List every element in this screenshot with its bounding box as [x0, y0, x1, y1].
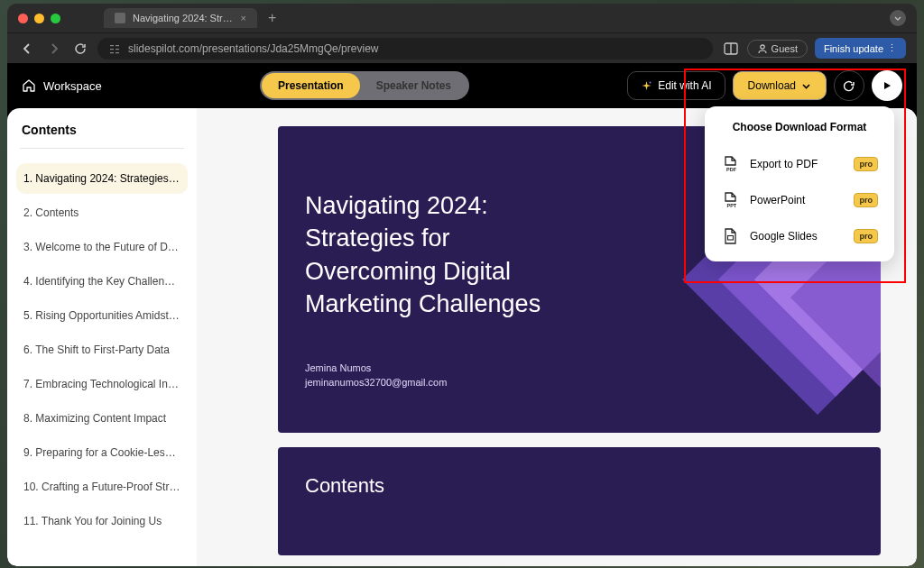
favicon — [115, 13, 125, 23]
app-header: Workspace Presentation Speaker Notes Edi… — [7, 63, 917, 108]
person-icon — [757, 43, 768, 54]
play-icon — [882, 80, 892, 91]
popover-item-label: Export to PDF — [750, 158, 844, 170]
ppt-icon: PPT — [721, 191, 739, 209]
url-bar: slidespilot.com/presentations/Jda25MmgQe… — [7, 32, 917, 63]
site-settings-icon — [108, 42, 121, 55]
popover-item-label: PowerPoint — [750, 194, 844, 206]
toc-list: 1. Navigating 2024: Strategies fo…2. Con… — [16, 163, 188, 536]
pro-badge: pro — [854, 229, 878, 243]
workspace-link[interactable]: Workspace — [22, 78, 102, 93]
download-button[interactable]: Download — [733, 71, 827, 100]
gslides-icon — [721, 227, 739, 245]
svg-text:PPT: PPT — [726, 203, 736, 208]
url-text: slidespilot.com/presentations/Jda25MmgQe… — [128, 42, 378, 55]
chevron-down-icon — [801, 81, 811, 91]
download-label: Download — [748, 79, 796, 92]
export-ppt-item[interactable]: PPT PowerPoint pro — [717, 182, 882, 218]
toc-item[interactable]: 7. Embracing Technological Inn… — [16, 369, 188, 399]
browser-tab[interactable]: Navigating 2024: Strategies f… × — [104, 8, 257, 28]
toc-item[interactable]: 9. Preparing for a Cookie-Less … — [16, 437, 188, 468]
svg-point-8 — [760, 44, 763, 48]
toc-item[interactable]: 10. Crafting a Future-Proof Strat… — [16, 472, 188, 502]
slide-2-title: Contents — [305, 474, 854, 498]
pro-badge: pro — [854, 193, 878, 207]
titlebar: Navigating 2024: Strategies f… × + — [7, 4, 917, 32]
slide-2[interactable]: Contents — [278, 447, 881, 555]
mode-presentation[interactable]: Presentation — [262, 73, 360, 98]
toc-item[interactable]: 6. The Shift to First-Party Data — [16, 334, 188, 365]
toc-item[interactable]: 11. Thank You for Joining Us — [16, 506, 188, 536]
mode-toggle: Presentation Speaker Notes — [260, 71, 469, 100]
header-actions: Edit with AI Download Choose Download Fo… — [627, 70, 902, 101]
menu-dots-icon: ⋮ — [887, 42, 897, 54]
slide-title: Navigating 2024: Strategies for Overcomi… — [305, 189, 585, 321]
window-menu[interactable] — [890, 10, 906, 26]
export-pdf-item[interactable]: PDF Export to PDF pro — [717, 146, 882, 182]
toc-item[interactable]: 4. Identifying the Key Challenges — [16, 266, 188, 297]
play-button[interactable] — [872, 70, 902, 101]
close-window[interactable] — [18, 14, 28, 23]
svg-rect-1 — [116, 45, 119, 46]
traffic-lights — [18, 14, 60, 23]
toc-item[interactable]: 5. Rising Opportunities Amidst … — [16, 300, 188, 331]
toc-item[interactable]: 2. Contents — [16, 197, 188, 228]
app: Workspace Presentation Speaker Notes Edi… — [7, 63, 917, 566]
guest-pill[interactable]: Guest — [747, 40, 808, 58]
maximize-window[interactable] — [51, 14, 60, 23]
reload-button[interactable] — [72, 41, 88, 57]
minimize-window[interactable] — [34, 14, 44, 23]
back-button[interactable] — [18, 40, 36, 58]
url-field[interactable]: slidespilot.com/presentations/Jda25MmgQe… — [97, 38, 713, 60]
export-gslides-item[interactable]: Google Slides pro — [717, 218, 882, 254]
toc-item[interactable]: 3. Welcome to the Future of Digi… — [16, 232, 188, 262]
refresh-button[interactable] — [834, 70, 864, 101]
new-tab-button[interactable]: + — [261, 10, 283, 26]
workspace-label: Workspace — [43, 79, 102, 93]
toc-item[interactable]: 8. Maximizing Content Impact — [16, 403, 188, 434]
sidebar-title: Contents — [16, 123, 188, 137]
pro-badge: pro — [854, 157, 878, 171]
toc-item[interactable]: 1. Navigating 2024: Strategies fo… — [16, 163, 188, 194]
url-actions: Guest Finish update ⋮ — [722, 38, 906, 59]
edit-ai-label: Edit with AI — [658, 79, 711, 92]
panel-icon[interactable] — [722, 41, 740, 57]
download-popover: Choose Download Format PDF Export to PDF… — [705, 106, 894, 261]
sparkle-icon — [641, 80, 652, 92]
sidebar: Contents 1. Navigating 2024: Strategies … — [7, 108, 197, 566]
svg-point-9 — [650, 81, 651, 83]
guest-label: Guest — [772, 43, 798, 54]
popover-item-label: Google Slides — [750, 230, 844, 243]
svg-rect-2 — [110, 49, 114, 50]
svg-rect-4 — [110, 52, 114, 53]
svg-text:PDF: PDF — [726, 167, 737, 172]
pdf-icon: PDF — [721, 155, 739, 173]
svg-rect-3 — [116, 49, 119, 50]
tab-title: Navigating 2024: Strategies f… — [133, 13, 234, 23]
svg-rect-5 — [116, 52, 119, 53]
home-icon — [22, 78, 36, 93]
edit-with-ai-button[interactable]: Edit with AI — [627, 71, 725, 100]
close-tab-icon[interactable]: × — [241, 13, 246, 23]
svg-rect-12 — [727, 236, 733, 241]
svg-rect-0 — [110, 45, 114, 46]
divider — [20, 148, 184, 149]
browser-chrome: Navigating 2024: Strategies f… × + slide — [7, 4, 917, 63]
finish-label: Finish update — [824, 43, 883, 54]
finish-update-button[interactable]: Finish update ⋮ — [815, 38, 906, 59]
popover-title: Choose Download Format — [717, 121, 882, 133]
refresh-icon — [842, 79, 855, 93]
forward-button[interactable] — [45, 40, 63, 58]
tab-bar: Navigating 2024: Strategies f… × + — [104, 8, 882, 28]
mode-speaker-notes[interactable]: Speaker Notes — [360, 73, 467, 98]
